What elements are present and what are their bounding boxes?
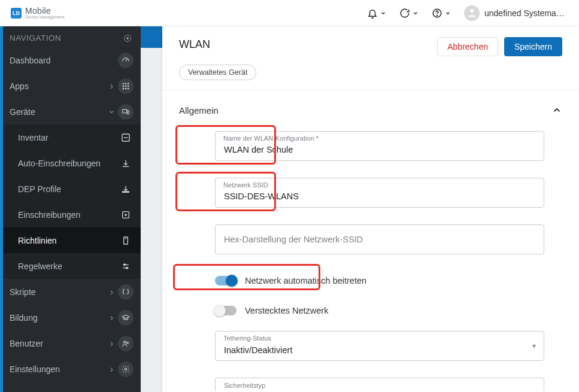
- ssid-field: Netzwerk SSID: [215, 178, 544, 208]
- chevron-right-icon: ›: [110, 338, 113, 349]
- blue-edge: [141, 26, 162, 48]
- tethering-field: Tethering-Status Inaktiv/Deaktiviert ▾: [215, 331, 544, 361]
- header-right: undefined Systemadmi...: [367, 5, 568, 21]
- chevron-down-icon: [445, 10, 451, 16]
- sidebar-item-devices[interactable]: Geräte ›: [0, 99, 141, 124]
- tune-icon: [118, 259, 134, 274]
- sidebar-item-scripts[interactable]: Skripte ›: [0, 279, 141, 305]
- svg-rect-9: [125, 87, 126, 89]
- chevron-down-icon: [380, 10, 386, 16]
- svg-point-18: [126, 267, 128, 269]
- sidebar-heading: NAVIGATION: [0, 26, 141, 47]
- svg-point-19: [124, 341, 126, 343]
- sync-button[interactable]: [399, 8, 419, 19]
- page-header: WLAN Abbrechen Speichern Verwaltetes Ger…: [162, 26, 579, 90]
- sidebar-item-autoenroll[interactable]: Auto-Einschreibungen: [0, 150, 141, 176]
- sidebar-item-policies[interactable]: Richtlinien: [0, 227, 141, 253]
- target-icon: [124, 35, 131, 42]
- svg-rect-10: [128, 87, 129, 89]
- section-form: Name der WLAN-Konfiguration * Netzwerk S…: [179, 131, 562, 392]
- sidebar-item-enrollments[interactable]: Einschreibungen: [0, 202, 141, 227]
- hidden-network-toggle[interactable]: [215, 306, 237, 315]
- hidden-network-row: Verstecktes Netzwerk: [215, 301, 562, 320]
- svg-point-21: [125, 368, 127, 370]
- chevron-right-icon: ›: [110, 81, 113, 92]
- svg-rect-11: [123, 109, 127, 113]
- sidebar-item-label: Richtlinien: [18, 236, 118, 245]
- svg-rect-7: [128, 85, 129, 86]
- security-type-field-top[interactable]: Sicherheitstyp: [215, 378, 544, 391]
- sidebar-item-depprofiles[interactable]: DEP Profile: [0, 176, 141, 202]
- sidebar-item-dashboard[interactable]: Dashboard: [0, 47, 141, 73]
- sidebar-item-label: Inventar: [18, 133, 118, 142]
- help-button[interactable]: [432, 8, 451, 19]
- user-name-label: undefined Systemadmi...: [484, 8, 568, 18]
- notifications-button[interactable]: [367, 8, 386, 19]
- avatar: [464, 5, 480, 21]
- policy-icon: [118, 233, 134, 248]
- grid-icon: [118, 78, 134, 94]
- help-icon: [432, 8, 442, 19]
- sidebar-item-settings[interactable]: Einstellungen ›: [0, 356, 141, 382]
- chevron-up-icon: [551, 105, 562, 116]
- auto-join-toggle[interactable]: [215, 276, 237, 285]
- sidebar-item-label: Bildung: [10, 313, 110, 323]
- svg-point-17: [124, 264, 126, 266]
- logo-text: Mobile Device Management: [25, 7, 65, 19]
- users-icon: [118, 336, 134, 351]
- page-actions: Abbrechen Speichern: [437, 37, 562, 56]
- svg-point-20: [126, 342, 128, 344]
- page-panel: WLAN Abbrechen Speichern Verwaltetes Ger…: [162, 26, 579, 392]
- logo-icon: LD: [11, 8, 22, 19]
- svg-rect-14: [123, 192, 129, 192]
- sidebar-item-apps[interactable]: Apps ›: [0, 73, 141, 99]
- sync-icon: [399, 8, 410, 19]
- section-header[interactable]: Allgemein: [179, 101, 562, 131]
- chevron-right-icon: ›: [110, 364, 113, 375]
- svg-rect-4: [128, 83, 129, 84]
- auto-join-row: Netzwerk automatisch beitreten: [215, 271, 562, 290]
- sidebar-item-label: DEP Profile: [18, 184, 118, 194]
- ssid-label: Netzwerk SSID: [223, 181, 268, 189]
- top-header: LD Mobile Device Management undefined Sy…: [0, 0, 579, 26]
- save-button[interactable]: Speichern: [504, 37, 562, 56]
- svg-rect-6: [125, 85, 126, 86]
- svg-rect-8: [123, 87, 124, 89]
- sidebar-item-label: Dashboard: [10, 56, 118, 65]
- scope-pill[interactable]: Verwaltetes Gerät: [179, 65, 256, 80]
- chevron-down-icon: ›: [106, 110, 117, 113]
- chevron-right-icon: ›: [110, 287, 113, 297]
- config-name-label: Name der WLAN-Konfiguration *: [223, 135, 319, 142]
- tethering-label: Tethering-Status: [223, 335, 271, 342]
- sidebar-item-education[interactable]: Bildung ›: [0, 305, 141, 330]
- sidebar-item-label: Benutzer: [10, 339, 110, 348]
- sidebar-item-label: Skripte: [10, 287, 110, 297]
- hex-ssid-input[interactable]: Hex-Darstellung der Netzwerk-SSID: [215, 224, 544, 254]
- section-title: Allgemein: [179, 105, 219, 116]
- bell-icon: [367, 8, 378, 19]
- sidebar-item-users[interactable]: Benutzer ›: [0, 330, 141, 356]
- svg-point-1: [436, 15, 437, 16]
- graduation-cap-icon: [118, 310, 134, 326]
- tethering-value: Inaktiv/Deaktiviert: [224, 345, 292, 355]
- svg-rect-16: [124, 237, 128, 244]
- add-box-icon: [118, 207, 134, 223]
- gauge-icon: [118, 53, 134, 68]
- svg-rect-3: [125, 83, 126, 84]
- app-logo[interactable]: LD Mobile Device Management: [11, 7, 65, 19]
- cancel-button[interactable]: Abbrechen: [437, 37, 498, 56]
- devices-icon: [118, 104, 134, 120]
- brand-subtitle: Device Management: [25, 15, 65, 19]
- sidebar-item-inventory[interactable]: Inventar: [0, 124, 141, 150]
- content-area: WLAN Abbrechen Speichern Verwaltetes Ger…: [141, 26, 579, 392]
- sidebar-heading-label: NAVIGATION: [10, 34, 61, 42]
- sidebar-item-label: Geräte: [10, 107, 110, 117]
- user-menu[interactable]: undefined Systemadmi...: [464, 5, 568, 21]
- sidebar-item-label: Auto-Einschreibungen: [18, 159, 118, 168]
- chevron-down-icon: [413, 10, 419, 16]
- sidebar-item-rulesets[interactable]: Regelwerke: [0, 253, 141, 279]
- sidebar-accent-strip: [0, 26, 3, 392]
- caret-down-icon: ▾: [532, 342, 536, 350]
- sidebar: NAVIGATION Dashboard Apps › Geräte › Inv…: [0, 26, 141, 392]
- svg-rect-2: [123, 83, 124, 84]
